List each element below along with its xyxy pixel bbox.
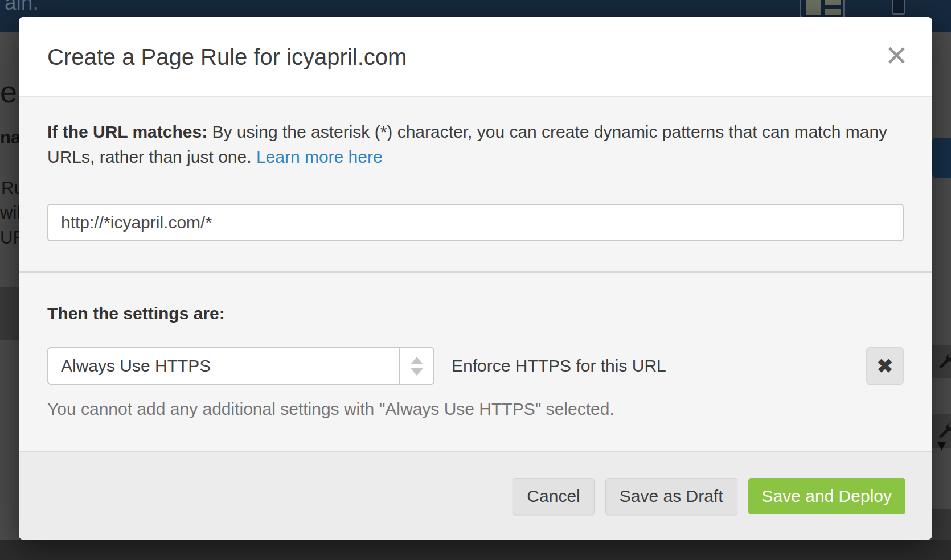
settings-section: Then the settings are: Always Use HTTPS …	[19, 304, 932, 419]
layout-grid-icon	[800, 0, 845, 18]
background-bottom-strip	[0, 540, 951, 560]
modal-header: Create a Page Rule for icyapril.com ×	[19, 17, 932, 97]
background-list-row	[932, 345, 951, 378]
remove-icon: ✖	[877, 355, 893, 377]
url-match-lead: If the URL matches:	[47, 122, 207, 141]
setting-row: Always Use HTTPS Enforce HTTPS for this …	[47, 347, 904, 385]
url-pattern-input[interactable]	[47, 204, 904, 241]
arrow-down-icon	[411, 368, 423, 376]
url-match-description: If the URL matches: By using the asteris…	[47, 120, 890, 170]
select-spinner-icon[interactable]	[399, 348, 433, 384]
background-clipped-domain-text: ain.	[5, 0, 39, 15]
background-text-fragment: e	[0, 74, 17, 109]
create-page-rule-modal: Create a Page Rule for icyapril.com × If…	[19, 17, 932, 540]
remove-setting-button[interactable]: ✖	[866, 347, 904, 385]
background-dark-strip	[932, 509, 951, 540]
save-as-draft-button[interactable]: Save as Draft	[605, 478, 737, 514]
partial-header-icon	[892, 0, 905, 15]
background-table-header-band	[0, 287, 19, 340]
background-blue-button-fragment	[932, 138, 951, 178]
wrench-icon	[937, 352, 951, 371]
settings-heading: Then the settings are:	[47, 304, 904, 323]
modal-footer: Cancel Save as Draft Save and Deploy	[19, 451, 932, 540]
modal-title: Create a Page Rule for icyapril.com	[47, 44, 407, 69]
learn-more-link[interactable]: Learn more here	[256, 147, 383, 166]
section-divider	[19, 271, 932, 273]
save-and-deploy-button[interactable]: Save and Deploy	[748, 478, 906, 514]
chevron-down-icon: ▾	[937, 435, 946, 455]
setting-select-value: Always Use HTTPS	[48, 348, 399, 384]
cancel-button[interactable]: Cancel	[513, 478, 594, 514]
close-icon[interactable]: ×	[886, 37, 907, 73]
setting-description: Enforce HTTPS for this URL	[452, 356, 866, 376]
arrow-up-icon	[411, 357, 423, 364]
setting-select[interactable]: Always Use HTTPS	[47, 347, 434, 385]
setting-helper-text: You cannot add any additional settings w…	[47, 400, 904, 419]
url-match-section: If the URL matches: By using the asteris…	[19, 97, 932, 241]
